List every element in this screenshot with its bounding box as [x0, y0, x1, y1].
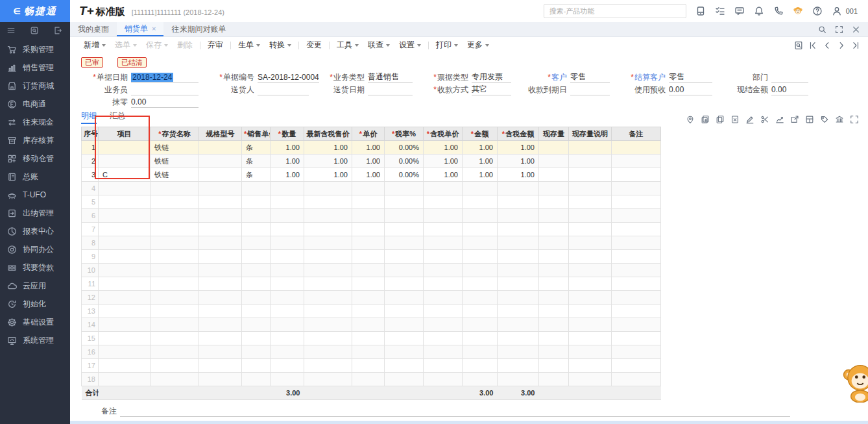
cell[interactable]	[271, 318, 304, 332]
cell[interactable]	[199, 168, 242, 182]
cell[interactable]	[199, 345, 242, 359]
column-header[interactable]: *含税单价	[424, 127, 463, 141]
cell[interactable]	[385, 305, 424, 318]
field-input-invoice-type[interactable]: 专用发票	[472, 71, 511, 83]
cell[interactable]	[242, 305, 271, 318]
sidebar-item-sales[interactable]: 销售管理	[0, 58, 70, 77]
cell[interactable]	[539, 277, 569, 291]
cell[interactable]: 1	[82, 141, 99, 155]
cell[interactable]	[352, 359, 385, 373]
cell[interactable]	[271, 182, 304, 195]
cell[interactable]	[569, 332, 612, 345]
table-row[interactable]: 9	[82, 250, 661, 264]
field-input-department[interactable]	[771, 73, 808, 83]
comment-icon[interactable]	[734, 6, 745, 16]
cell[interactable]: 铁链	[151, 168, 199, 182]
cell[interactable]	[498, 345, 539, 359]
cell[interactable]	[569, 305, 612, 318]
cell[interactable]	[199, 264, 242, 277]
cell[interactable]	[199, 155, 242, 168]
cell[interactable]: 1.00	[271, 168, 304, 182]
cell[interactable]	[569, 345, 612, 359]
user-icon[interactable]	[832, 6, 842, 16]
cell[interactable]: 铁链	[151, 141, 199, 155]
cell[interactable]: 1.00	[498, 141, 539, 155]
cell[interactable]	[385, 359, 424, 373]
toolbar-生单-button[interactable]: 生单	[234, 40, 265, 51]
cell[interactable]: 8	[82, 236, 99, 250]
cell[interactable]	[463, 264, 498, 277]
cell[interactable]	[304, 373, 352, 386]
cell[interactable]	[99, 359, 151, 373]
cell[interactable]	[242, 264, 271, 277]
cell[interactable]	[99, 373, 151, 386]
cell[interactable]	[498, 182, 539, 195]
field-input-payment-method[interactable]: 其它	[472, 84, 511, 95]
cell[interactable]	[304, 250, 352, 264]
column-header[interactable]: 项目	[99, 127, 151, 141]
cell[interactable]	[304, 195, 352, 209]
cell[interactable]	[271, 277, 304, 291]
cell[interactable]	[385, 182, 424, 195]
table-row[interactable]: 6	[82, 209, 661, 223]
cell[interactable]	[612, 332, 661, 345]
cell[interactable]	[99, 264, 151, 277]
sidebar-item-wms[interactable]: 移动仓管	[0, 149, 70, 168]
cell[interactable]	[304, 264, 352, 277]
field-input-salesman[interactable]	[131, 85, 199, 95]
cell[interactable]	[151, 195, 199, 209]
field-input-doc-no[interactable]: SA-2018-12-0004	[258, 73, 319, 83]
cell[interactable]	[424, 359, 463, 373]
cell[interactable]	[99, 195, 151, 209]
cell[interactable]: 1.00	[352, 141, 385, 155]
cell[interactable]	[498, 332, 539, 345]
cell[interactable]	[385, 250, 424, 264]
cut-icon[interactable]	[760, 115, 769, 124]
cell[interactable]	[539, 264, 569, 277]
cell[interactable]	[463, 318, 498, 332]
cell[interactable]	[385, 332, 424, 345]
cell[interactable]: 10	[82, 264, 99, 277]
cell[interactable]	[242, 277, 271, 291]
sidebar-item-loan[interactable]: 我要贷款	[0, 258, 70, 277]
cell[interactable]	[352, 291, 385, 305]
cell[interactable]	[352, 209, 385, 223]
cell[interactable]	[569, 168, 612, 182]
cell[interactable]	[498, 277, 539, 291]
tab-往来期间对账单[interactable]: 往来期间对账单	[163, 22, 234, 36]
cell[interactable]	[99, 182, 151, 195]
cell[interactable]: 12	[82, 291, 99, 305]
cell[interactable]	[385, 373, 424, 386]
cell[interactable]: 15	[82, 332, 99, 345]
field-input-deliverer[interactable]	[258, 85, 309, 95]
cell[interactable]: 0.00%	[385, 155, 424, 168]
cell[interactable]	[385, 195, 424, 209]
chart-icon[interactable]	[775, 115, 784, 124]
cell[interactable]: 1.00	[304, 168, 352, 182]
cell[interactable]	[199, 209, 242, 223]
cell[interactable]: 1.00	[271, 155, 304, 168]
cell[interactable]	[304, 318, 352, 332]
cell[interactable]	[424, 277, 463, 291]
cell[interactable]	[99, 345, 151, 359]
cell[interactable]	[99, 223, 151, 236]
cell[interactable]	[151, 250, 199, 264]
cell[interactable]	[569, 209, 612, 223]
bank-icon[interactable]	[835, 115, 844, 124]
column-header[interactable]: *销售单位	[242, 127, 271, 141]
cell[interactable]	[463, 277, 498, 291]
cell[interactable]	[304, 209, 352, 223]
fullscreen-icon[interactable]	[835, 25, 843, 34]
cell[interactable]	[151, 236, 199, 250]
cell[interactable]	[99, 236, 151, 250]
cell[interactable]: 4	[82, 182, 99, 195]
field-input-settle-customer[interactable]: 零售	[669, 71, 712, 83]
bell-icon[interactable]	[754, 6, 764, 16]
help-icon[interactable]	[812, 6, 823, 16]
cell[interactable]: 1.00	[463, 155, 498, 168]
cell[interactable]	[539, 182, 569, 195]
cell[interactable]	[151, 291, 199, 305]
cell[interactable]	[199, 277, 242, 291]
cell[interactable]	[424, 182, 463, 195]
field-input-cash-amount[interactable]: 0.00	[771, 85, 808, 95]
